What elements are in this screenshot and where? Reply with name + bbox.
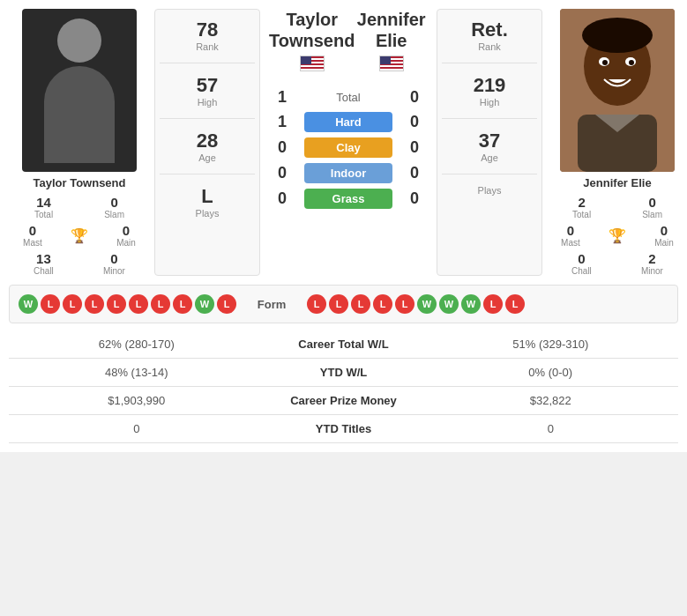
p2-plays-lbl: Plays	[478, 185, 502, 196]
form-badge-l: L	[151, 294, 170, 314]
form-badge-l: L	[505, 294, 525, 314]
titles-label: YTD Titles	[256, 422, 432, 435]
p2-main-lbl: Main	[654, 238, 674, 248]
form-badge-w: W	[195, 294, 214, 314]
p1-main-lbl: Main	[116, 238, 136, 248]
total-label: Total	[304, 91, 392, 104]
titles-p1: 0	[18, 422, 256, 435]
p2-high-val: 219	[474, 74, 506, 97]
ytd-wl-label: YTD W/L	[256, 366, 432, 379]
p2-chall-lbl: Chall	[571, 266, 592, 276]
score-row-grass: 0 Grass 0	[269, 189, 428, 209]
indoor-p1: 0	[269, 164, 295, 182]
ytd-wl-row: 48% (13-14) YTD W/L 0% (0-0)	[9, 359, 678, 387]
p2-minor-val: 2	[641, 251, 663, 266]
career-wl-row: 62% (280-170) Career Total W/L 51% (329-…	[9, 330, 678, 359]
player1-photo	[22, 9, 137, 172]
career-wl-p2: 51% (329-310)	[432, 338, 670, 351]
p2-minor-lbl: Minor	[641, 266, 663, 276]
indoor-p2: 0	[401, 164, 428, 182]
p1-main-val: 0	[116, 223, 136, 238]
p1-total-val: 14	[34, 195, 53, 210]
clay-btn: Clay	[304, 137, 392, 158]
career-wl-label: Career Total W/L	[256, 338, 432, 351]
p2-slam-lbl: Slam	[642, 210, 662, 219]
total-p2: 0	[401, 88, 428, 107]
form-badge-l: L	[63, 294, 82, 314]
titles-p2: 0	[432, 422, 670, 435]
indoor-btn: Indoor	[304, 163, 392, 183]
form-badge-l: L	[129, 294, 148, 314]
grass-p1: 0	[269, 189, 295, 208]
p1-high-val: 57	[197, 74, 218, 97]
p2-mast-lbl: Mast	[561, 238, 580, 248]
main-container: Taylor Townsend 14 Total 0 Slam 0 Mast	[0, 0, 687, 452]
form-badge-w: W	[439, 294, 459, 314]
form-badge-w: W	[461, 294, 481, 314]
total-p1: 1	[269, 88, 295, 107]
p1-total-lbl: Total	[34, 210, 53, 219]
p1-age-lbl: Age	[197, 152, 218, 163]
clay-p1: 0	[269, 138, 295, 157]
p1-minor-val: 0	[103, 251, 125, 266]
player2-middle-panel: Ret. Rank 219 High 37 Age Plays	[437, 9, 542, 276]
ytd-wl-p2: 0% (0-0)	[432, 366, 670, 379]
form-badge-l: L	[351, 294, 370, 314]
form-badge-l: L	[483, 294, 503, 314]
score-row-total: 1 Total 0	[269, 88, 428, 107]
prize-row: $1,903,990 Career Prize Money $32,822	[9, 387, 678, 415]
player2-photo	[560, 9, 675, 172]
p1-mast-val: 0	[23, 223, 42, 238]
p1-slam-lbl: Slam	[104, 210, 124, 219]
p1-name-top: TaylorTownsend	[269, 9, 355, 51]
player2-card: Jennifer Elie 2 Total 0 Slam 0 Mast	[547, 9, 687, 276]
p1-plays-val: L	[196, 185, 220, 208]
p1-trophy-icon: 🏆	[71, 227, 88, 244]
p1-minor-lbl: Minor	[103, 266, 125, 276]
p1-high-lbl: High	[197, 97, 218, 108]
p1-rank-lbl: Rank	[196, 41, 219, 52]
p2-name-top: Jennifer Elie	[355, 9, 428, 51]
titles-row: 0 YTD Titles 0	[9, 415, 678, 443]
p2-age-val: 37	[479, 130, 500, 152]
p2-total-lbl: Total	[572, 210, 591, 219]
player1-name: Taylor Townsend	[34, 176, 126, 189]
form-section: WLLLLLLLWL Form LLLLLWWWLL	[9, 285, 678, 323]
hard-btn: Hard	[304, 112, 392, 132]
p1-age-val: 28	[197, 130, 218, 152]
p2-rank-lbl: Rank	[471, 41, 508, 52]
svg-point-4	[602, 60, 608, 65]
match-center: TaylorTownsend Jennifer Elie 1 To	[265, 9, 432, 276]
p1-chall-val: 13	[34, 251, 54, 266]
p1-plays-lbl: Plays	[196, 208, 220, 219]
p2-age-lbl: Age	[479, 152, 500, 163]
form-badge-l: L	[107, 294, 126, 314]
form-badge-w: W	[19, 294, 38, 314]
svg-point-5	[629, 60, 634, 65]
score-row-indoor: 0 Indoor 0	[269, 163, 428, 183]
form-badge-w: W	[417, 294, 437, 314]
p2-form-badges: LLLLLWWWLL	[307, 294, 525, 314]
p2-mast-val: 0	[561, 223, 580, 238]
p2-trophy-icon: 🏆	[609, 227, 626, 244]
hard-p2: 0	[401, 113, 428, 131]
p2-total-val: 2	[572, 195, 591, 210]
ytd-wl-p1: 48% (13-14)	[18, 366, 256, 379]
player1-card: Taylor Townsend 14 Total 0 Slam 0 Mast	[9, 9, 150, 276]
form-badge-l: L	[173, 294, 192, 314]
form-label: Form	[250, 298, 294, 311]
form-badge-l: L	[373, 294, 392, 314]
player2-stats: 2 Total 0 Slam 0 Mast 🏆 0	[547, 195, 687, 276]
p2-flag	[355, 55, 428, 71]
form-badge-l: L	[329, 294, 348, 314]
p1-form-badges: WLLLLLLLWL	[19, 294, 236, 314]
p1-chall-lbl: Chall	[34, 266, 54, 276]
hard-p1: 1	[269, 113, 295, 131]
p1-flag	[269, 55, 355, 71]
form-badge-l: L	[41, 294, 60, 314]
player1-stats: 14 Total 0 Slam 0 Mast 🏆 0	[9, 195, 150, 276]
form-badge-l: L	[307, 294, 326, 314]
p2-slam-val: 0	[642, 195, 662, 210]
form-badge-l: L	[85, 294, 104, 314]
p2-main-val: 0	[654, 223, 674, 238]
